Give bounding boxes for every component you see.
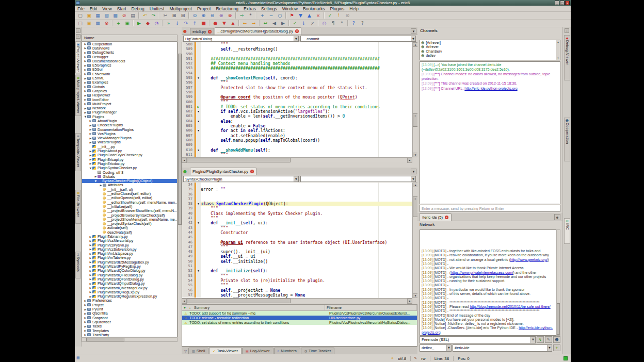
documentation-icon[interactable]: ¶ — [329, 20, 337, 27]
tree-item[interactable]: __projectBrowserShowMenu(self, menuN... — [82, 209, 177, 213]
fold-margin[interactable]: ▼ — [196, 202, 201, 206]
code-text[interactable]: self.__restoreMissing() — [201, 47, 412, 52]
editor-vscrollbar[interactable]: ▲≡▼ — [412, 42, 417, 157]
expand-icon[interactable]: ▶ — [84, 72, 87, 75]
unittest-icon[interactable]: ◎ — [320, 20, 328, 27]
tree-item[interactable]: ▶Snapshot — [82, 316, 177, 320]
line-number[interactable]: 610 — [182, 148, 195, 153]
zoom-out-icon[interactable]: − — [267, 12, 275, 19]
fold-margin[interactable] — [196, 66, 201, 71]
tree-item[interactable]: ▶DocumentationPlugins — [82, 127, 177, 131]
fold-margin[interactable] — [196, 254, 201, 259]
channel-messages[interactable]: [13:09] [-->] You have joined the channe… — [420, 61, 560, 204]
code-text[interactable]: def __showContextMenu(self, coord): — [201, 76, 412, 80]
expand-icon[interactable]: ▶ — [89, 290, 92, 293]
fold-margin[interactable] — [196, 235, 201, 240]
task-add-icon[interactable]: + — [188, 306, 192, 310]
expand-icon[interactable]: ▶ — [89, 269, 92, 272]
join-channel-icon[interactable]: + — [553, 344, 560, 351]
member-combo[interactable]: __commit▼ — [300, 36, 416, 42]
menu-multiproject[interactable]: Multiproject — [167, 6, 194, 11]
line-number[interactable]: 591 — [182, 57, 195, 61]
maximize-button[interactable]: ▢ — [560, 1, 565, 5]
tree-item[interactable]: ▶DebugClients — [82, 51, 177, 55]
line-number[interactable]: 34 — [182, 183, 195, 187]
fold-margin[interactable] — [196, 90, 201, 95]
collapse-icon[interactable]: ▼ — [94, 179, 98, 183]
fold-margin[interactable] — [196, 293, 201, 298]
code-text[interactable]: """ — [201, 42, 412, 47]
code-text[interactable]: """ — [201, 206, 412, 211]
fold-margin[interactable] — [196, 226, 201, 231]
menu-refactoring[interactable]: Refactoring — [213, 6, 240, 11]
expand-icon[interactable]: ▶ — [89, 243, 92, 246]
expand-icon[interactable]: ▶ — [84, 81, 87, 84]
leave-channel-icon[interactable]: ☻ — [554, 214, 560, 220]
line-number[interactable]: 589 — [182, 47, 195, 52]
add-files-icon[interactable]: + — [115, 20, 122, 27]
chevron-down-icon[interactable]: ▼ — [530, 337, 535, 343]
fold-margin[interactable] — [196, 61, 201, 66]
chevron-down-icon[interactable]: ▼ — [294, 176, 298, 182]
tree-item[interactable]: ▶DocumentationTools — [82, 59, 177, 63]
expand-icon[interactable]: ▶ — [84, 107, 87, 110]
line-number[interactable]: 599 — [182, 95, 195, 100]
tree-item[interactable]: __projectShowMenu(self, menuName, me... — [82, 217, 177, 221]
expand-icon[interactable]: ▶ — [89, 282, 92, 285]
close-button[interactable]: × — [565, 1, 570, 5]
bottom-tab-numbers[interactable]: πNumbers — [274, 348, 300, 354]
fold-margin[interactable] — [196, 187, 201, 192]
tree-item[interactable]: ▶PluginWizardQRegularExpression.py — [82, 294, 177, 299]
code-text[interactable]: """ — [201, 100, 412, 105]
regexp-icon[interactable]: * — [247, 12, 254, 19]
line-number[interactable]: 609 — [182, 143, 195, 147]
bookmark-prev-icon[interactable]: ▲ — [305, 12, 313, 19]
code-text[interactable]: self.__projectAct = None — [201, 288, 412, 293]
status-grid-icon[interactable]: ▦ — [76, 356, 80, 360]
previous-position-icon[interactable]: ◀ — [270, 20, 278, 27]
fold-margin[interactable] — [196, 57, 201, 61]
line-number[interactable]: 54 — [182, 278, 195, 283]
fold-margin[interactable] — [196, 245, 201, 250]
code-text[interactable]: @param ui reference to the user interfac… — [201, 240, 412, 245]
editor-tab[interactable]: ...csPlugins/vcsMercurial/HgStatusDialog… — [215, 27, 301, 35]
fold-margin[interactable] — [196, 211, 201, 216]
task-row[interactable]: ⚠TODO: set status of menu entries accord… — [182, 320, 417, 325]
close-tab-icon[interactable]: × — [208, 30, 212, 34]
new-project-icon[interactable]: ▢ — [76, 20, 84, 27]
tree-hscrollbar[interactable] — [82, 337, 178, 342]
tree-item[interactable]: __editorShowMenu(self, menuName, men... — [82, 200, 177, 204]
sidebar-tab-multiproject-viewer[interactable]: ▣Multiproject-Viewer — [75, 75, 81, 116]
tree-item[interactable]: ▶Graphics — [82, 89, 177, 93]
tree-item[interactable]: ▼PluginSyntaxChecker.py — [82, 166, 177, 170]
zoom-in-icon[interactable]: + — [259, 12, 266, 19]
menu-unittest[interactable]: Unittest — [147, 6, 167, 11]
connect-server-icon[interactable]: ↯ — [537, 336, 544, 343]
menu-start[interactable]: Start — [115, 6, 129, 11]
tree-item[interactable]: activate(self) — [82, 226, 177, 230]
tree-item[interactable]: ▶PluginManager — [82, 110, 177, 114]
chevron-down-icon[interactable]: ▼ — [411, 176, 415, 182]
debug-script-icon[interactable]: ◆ — [144, 20, 152, 27]
editor-hscrollbar[interactable]: ◀▶ — [182, 157, 412, 162]
line-number[interactable]: 604 — [182, 119, 195, 124]
tree-vscrollbar[interactable] — [178, 42, 182, 337]
sidebar-tab-symbols[interactable]: ΣSymbols — [75, 252, 81, 278]
line-number[interactable]: 35 — [182, 187, 195, 192]
line-number[interactable]: 590 — [182, 52, 195, 57]
expand-icon[interactable]: ▶ — [84, 102, 87, 105]
line-number[interactable]: 592 — [182, 61, 195, 66]
line-number[interactable]: 50 — [182, 259, 195, 264]
vcs-update-icon[interactable]: ↓ — [300, 20, 308, 27]
line-number[interactable]: 43 — [182, 226, 195, 231]
fold-margin[interactable] — [196, 259, 201, 264]
line-number[interactable]: 601 — [182, 105, 195, 109]
tree-item[interactable]: ▶Helpviewer — [82, 93, 177, 97]
tree-item[interactable]: __projectSyntaxCheck(self) — [82, 221, 177, 225]
sidebar-tab-cooperation[interactable]: ☻Cooperation — [564, 118, 570, 161]
tree-item[interactable]: ▶PluginEricapi.py — [82, 157, 177, 161]
vcs-commit-icon[interactable]: ✓ — [291, 20, 299, 27]
save-as-icon[interactable]: ▧ — [103, 12, 110, 19]
line-number[interactable]: 598 — [182, 90, 195, 95]
expand-icon[interactable]: ▶ — [89, 119, 92, 122]
